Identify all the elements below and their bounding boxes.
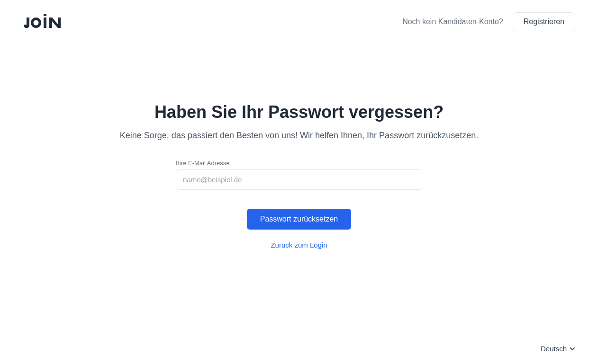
language-selector[interactable]: Deutsch <box>541 345 575 353</box>
header-right: Noch kein Kandidaten-Konto? Registrieren <box>402 12 575 31</box>
no-account-text: Noch kein Kandidaten-Konto? <box>402 18 503 26</box>
register-button[interactable]: Registrieren <box>513 12 575 31</box>
email-label: Ihre E-Mail Adresse <box>176 160 422 167</box>
page-title: Haben Sie Ihr Passwort vergessen? <box>9 102 589 122</box>
main-content: Haben Sie Ihr Passwort vergessen? Keine … <box>0 102 598 249</box>
back-to-login-link[interactable]: Zurück zum Login <box>176 241 422 249</box>
language-label: Deutsch <box>541 345 567 353</box>
email-input[interactable] <box>176 169 422 190</box>
page-header: Noch kein Kandidaten-Konto? Registrieren <box>0 0 598 31</box>
svg-rect-3 <box>44 14 46 16</box>
page-subtitle: Keine Sorge, das passiert den Besten von… <box>9 131 589 141</box>
reset-password-form: Ihre E-Mail Adresse Passwort zurücksetze… <box>176 160 422 249</box>
reset-password-button[interactable]: Passwort zurücksetzen <box>247 209 352 230</box>
logo[interactable] <box>23 14 66 30</box>
svg-rect-2 <box>44 18 46 28</box>
svg-point-1 <box>34 20 39 26</box>
chevron-down-icon <box>570 346 575 352</box>
